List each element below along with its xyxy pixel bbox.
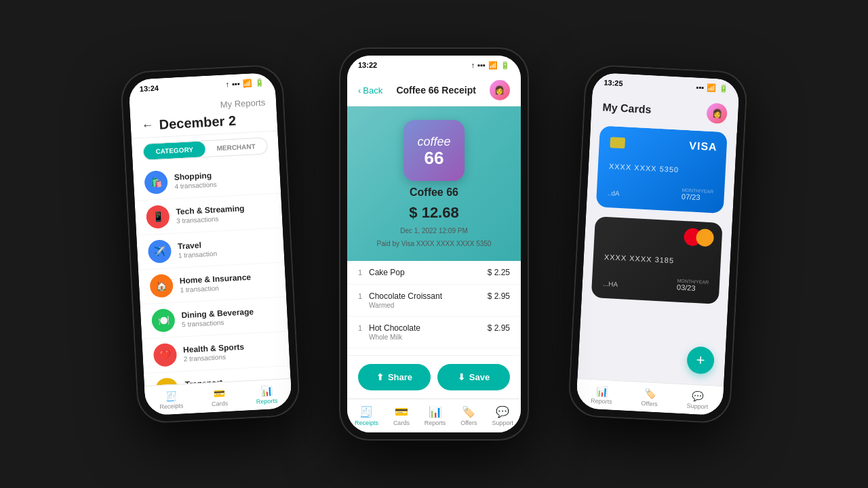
left-back-row: ← December 2 [141,111,267,134]
receipts-nav-label: Receipts [159,402,183,410]
left-month-title: December 2 [159,113,236,133]
center-location-icon: ↑ [471,61,475,69]
reports-nav-icon: 📊 [260,385,273,396]
user-avatar[interactable]: 👩 [490,80,510,100]
center-screen: 13:22 ↑ ▪▪▪ 📶 🔋 ‹ Back Coffee 66 Receipt [347,56,521,432]
save-label: Save [469,372,490,382]
left-phone: 13:24 ↑ ▪▪▪ 📶 🔋 My Reports ← December 2 [120,64,301,424]
right-status-icons: ▪▪▪ 📶 🔋 [696,83,728,93]
merchant-banner: coffee 66 Coffee 66 $ 12.68 Dec 1, 2022 … [347,106,521,261]
signal-icon: ▪▪▪ [232,79,240,88]
reports-nav-label: Reports [256,397,278,405]
health-icon: ❤️ [153,343,178,367]
visa-holder-name: ..dA [608,189,620,197]
center-phone: 13:22 ↑ ▪▪▪ 📶 🔋 ‹ Back Coffee 66 Receipt [339,47,529,441]
merchant-name: Coffee 66 [410,186,458,199]
center-title: Coffee 66 Receipt [396,85,475,96]
left-screen: 13:24 ↑ ▪▪▪ 📶 🔋 My Reports ← December 2 [128,73,292,416]
tech-icon: 📱 [146,205,170,229]
nav-receipts[interactable]: 🧾 Receipts [159,390,183,410]
nav-cards[interactable]: 💳 Cards [211,387,228,407]
center-cards-label: Cards [393,420,410,426]
center-status-bar: 13:22 ↑ ▪▪▪ 📶 🔋 [347,56,521,75]
visa-card-number: XXXX XXXX 5350 [609,162,715,176]
right-screen: 13:25 ▪▪▪ 📶 🔋 My Cards 👩 [576,73,740,416]
tab-category[interactable]: CATEGORY [143,141,205,160]
back-chevron-icon: ‹ [358,85,361,96]
nav-reports[interactable]: 📊 Reports [256,385,278,405]
right-signal-icon: ▪▪▪ [696,83,704,92]
left-time: 13:24 [140,84,159,93]
cat-dining-info: Dining & Beverage 5 transactions [181,306,277,328]
right-avatar[interactable]: 👩 [706,103,728,125]
item-2-details: Chocolate Croissant Warmed [369,291,482,309]
right-phone: 13:25 ▪▪▪ 📶 🔋 My Cards 👩 [568,64,749,424]
receipt-item-4: 1 Caffé Mocha Whole Milk $ 3.95 [347,348,521,355]
share-label: Share [388,372,412,382]
receipts-nav-icon: 🧾 [165,390,177,401]
visa-logo: VISA [689,140,717,153]
center-nav-offers[interactable]: 🏷️ Offers [460,405,477,426]
mc-orange-circle [696,228,714,247]
right-nav-reports[interactable]: 📊 Reports [591,385,613,405]
mastercard-card[interactable]: XXXX XXXX 3185 ...HA MONTH/YEAR 03/23 [591,216,723,304]
visa-expiry: 07/23 [682,192,713,202]
right-offers-icon: 🏷️ [644,388,656,399]
center-support-icon: 💬 [496,405,509,418]
visa-card-bottom: ..dA MONTH/YEAR 07/23 [608,184,714,202]
battery-icon: 🔋 [254,78,264,87]
left-phone-inner: 13:24 ↑ ▪▪▪ 📶 🔋 My Reports ← December 2 [128,73,292,416]
item-3-details: Hot Chocolate Whole Milk [369,323,482,341]
mastercard-logo [684,228,714,247]
item-1-name: Cake Pop [369,268,482,277]
dining-icon: 🍽️ [151,308,176,333]
visa-expiry-block: MONTH/YEAR 07/23 [682,188,714,202]
cat-shopping-info: Shopping 4 transactions [174,167,269,190]
mc-holder-name: ...HA [603,280,618,288]
save-button[interactable]: ⬇ Save [437,364,510,390]
travel-icon: ✈️ [148,239,172,264]
left-back-button[interactable]: ← [141,118,154,133]
merchant-logo-num: 66 [425,149,444,167]
merchant-card-info: Paid by Visa XXXX XXXX XXXX 5350 [377,240,492,247]
share-button[interactable]: ⬆ Share [358,364,431,390]
cat-travel-info: Travel 1 transaction [178,237,273,259]
action-buttons: ⬆ Share ⬇ Save [347,355,521,399]
right-nav-support[interactable]: 💬 Support [686,390,709,410]
center-reports-label: Reports [425,420,446,426]
center-bottom-nav: 🧾 Receipts 💳 Cards 📊 Reports 🏷️ Offers [347,399,521,432]
item-1-price: $ 2.25 [488,268,510,277]
center-nav-support[interactable]: 💬 Support [492,405,513,426]
item-1-qty: 1 [358,268,363,277]
center-support-label: Support [492,420,513,426]
card-chip-1 [610,137,625,148]
merchant-logo-text: coffee [417,135,450,149]
item-3-price: $ 2.95 [488,323,510,333]
visa-card[interactable]: VISA XXXX XXXX 5350 ..dA MONTH/YEAR 07/2… [596,125,728,214]
item-1-details: Cake Pop [369,268,482,277]
center-battery-icon: 🔋 [500,61,510,70]
center-time: 13:22 [358,61,377,69]
tab-merchant[interactable]: MERCHANT [205,138,267,157]
center-nav-reports[interactable]: 📊 Reports [425,405,446,426]
item-2-qty: 1 [358,291,363,300]
left-status-icons: ↑ ▪▪▪ 📶 🔋 [225,78,264,89]
item-2-mod: Warmed [369,302,482,309]
center-header: ‹ Back Coffee 66 Receipt 👩 [347,75,521,106]
back-label: Back [363,85,382,96]
left-reports-title: My Reports [140,97,266,114]
center-receipts-icon: 🧾 [359,405,373,418]
cards-list: VISA XXXX XXXX 5350 ..dA MONTH/YEAR 07/2… [577,125,736,386]
item-3-name: Hot Chocolate [369,323,482,333]
center-nav-cards[interactable]: 💳 Cards [393,405,410,426]
right-nav-offers[interactable]: 🏷️ Offers [641,388,658,407]
location-icon: ↑ [225,80,229,88]
merchant-date: Dec 1, 2022 12:09 PM [400,227,468,235]
cards-nav-label: Cards [212,399,229,407]
center-back-button[interactable]: ‹ Back [358,85,382,96]
center-status-icons: ↑ ▪▪▪ 📶 🔋 [471,61,510,70]
center-nav-receipts[interactable]: 🧾 Receipts [355,405,378,426]
mc-expiry: 03/23 [677,283,709,293]
receipt-item-1: 1 Cake Pop $ 2.25 [347,261,521,285]
right-battery-icon: 🔋 [719,84,729,94]
